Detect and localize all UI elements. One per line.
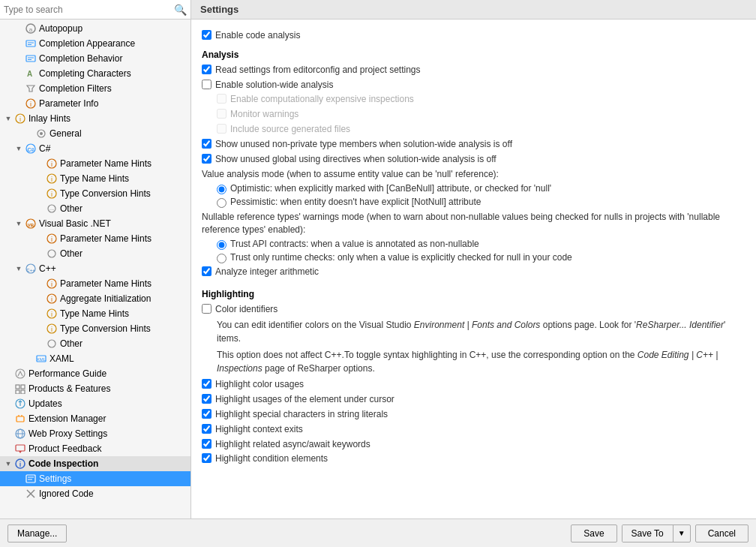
sidebar-item-other-cs[interactable]: ··· Other xyxy=(0,201,190,216)
sidebar-item-other-vb[interactable]: Other xyxy=(0,246,190,261)
radio-trust-runtime[interactable] xyxy=(217,254,226,263)
sidebar-item-web-proxy-settings[interactable]: Web Proxy Settings xyxy=(0,426,190,441)
radio-optimistic[interactable] xyxy=(217,185,226,194)
svg-point-41 xyxy=(48,340,56,347)
sidebar-item-parameter-info[interactable]: i Parameter Info xyxy=(0,96,190,111)
svg-point-30 xyxy=(48,250,56,257)
sidebar-label-updates: Updates xyxy=(28,398,62,409)
checkbox-show-unused-directives[interactable] xyxy=(202,154,212,164)
toggle-csharp[interactable]: ▼ xyxy=(14,145,24,152)
icon-code-inspection: i xyxy=(14,458,27,470)
search-input[interactable] xyxy=(4,5,174,15)
sidebar-item-param-name-hints-vb[interactable]: i Parameter Name Hints xyxy=(0,231,190,246)
sidebar-item-product-feedback[interactable]: Product Feedback xyxy=(0,441,190,456)
radio-pessimistic[interactable] xyxy=(217,198,226,208)
color-info-1: You can edit identifier colors on the Vi… xyxy=(217,318,746,345)
row-include-source-generated: Include source generated files xyxy=(202,123,746,136)
sidebar-item-param-name-hints-cs[interactable]: i Parameter Name Hints xyxy=(0,156,190,171)
settings-body: Enable code analysis Analysis Read setti… xyxy=(191,20,756,518)
sidebar-item-code-inspection[interactable]: ▼ i Code Inspection xyxy=(0,456,190,471)
sidebar-item-general[interactable]: General xyxy=(0,126,190,141)
icon-other-cs: ··· xyxy=(45,203,58,215)
sidebar-item-completing-characters[interactable]: A Completing Characters xyxy=(0,66,190,81)
sidebar-item-csharp[interactable]: ▼ C# C# xyxy=(0,141,190,156)
row-highlight-usages-element: Highlight usages of the element under cu… xyxy=(202,393,746,406)
sidebar-item-completion-appearance[interactable]: Completion Appearance xyxy=(0,36,190,51)
sidebar-item-type-conversion-hints-cpp[interactable]: i Type Conversion Hints xyxy=(0,321,190,336)
toggle-code-inspection[interactable]: ▼ xyxy=(3,460,14,467)
row-radio-optimistic: Optimistic: when explicitly marked with … xyxy=(217,183,746,194)
sidebar-item-other-cpp[interactable]: Other xyxy=(0,336,190,351)
svg-text:a: a xyxy=(29,26,33,33)
svg-text:i: i xyxy=(51,296,52,303)
sidebar-item-param-name-hints-cpp[interactable]: i Parameter Name Hints xyxy=(0,276,190,291)
icon-param-name-hints-cs: i xyxy=(45,158,58,170)
toggle-cpp[interactable]: ▼ xyxy=(14,265,24,272)
icon-ignored-code xyxy=(24,488,38,500)
checkbox-highlight-special-chars[interactable] xyxy=(202,409,212,419)
row-enable-solution-wide: Enable solution-wide analysis xyxy=(202,79,746,92)
icon-performance-guide xyxy=(14,368,27,380)
sidebar-item-products-features[interactable]: Products & Features xyxy=(0,381,190,396)
checkbox-highlight-context-exits[interactable] xyxy=(202,424,212,434)
checkbox-highlight-usages-element[interactable] xyxy=(202,394,212,404)
row-highlight-special-chars: Highlight special characters in string l… xyxy=(202,408,746,421)
sidebar-item-aggregate-init[interactable]: i Aggregate Initialization xyxy=(0,291,190,306)
sidebar-item-type-conversion-hints-cs[interactable]: i Type Conversion Hints xyxy=(0,186,190,201)
checkbox-enable-solution-wide[interactable] xyxy=(202,80,212,89)
icon-completion-behavior xyxy=(24,53,38,65)
save-to-main-button[interactable]: Save To xyxy=(622,525,674,542)
icon-product-feedback xyxy=(14,443,27,455)
save-to-arrow-button[interactable]: ▼ xyxy=(674,526,690,540)
manage-button[interactable]: Manage... xyxy=(8,524,67,542)
toggle-vbnet[interactable]: ▼ xyxy=(14,220,24,227)
search-icon: 🔍 xyxy=(174,4,187,16)
svg-text:i: i xyxy=(30,101,32,108)
label-read-settings: Read settings from editorconfig and proj… xyxy=(215,64,420,77)
checkbox-read-settings[interactable] xyxy=(202,65,212,74)
svg-text:i: i xyxy=(51,281,52,288)
svg-text:i: i xyxy=(51,191,52,198)
toggle-inlay-hints[interactable]: ▼ xyxy=(3,115,14,122)
sidebar-item-performance-guide[interactable]: Performance Guide xyxy=(0,366,190,381)
checkbox-highlight-async-await[interactable] xyxy=(202,439,212,449)
sidebar-item-updates[interactable]: Updates xyxy=(0,396,190,411)
search-box[interactable]: 🔍 xyxy=(0,0,190,20)
icon-cpp: C++ xyxy=(24,263,38,275)
svg-text:i: i xyxy=(51,326,52,333)
sidebar-item-extension-manager[interactable]: Extension Manager xyxy=(0,411,190,426)
sidebar-label-param-name-hints-cpp: Parameter Name Hints xyxy=(60,278,152,289)
cancel-button[interactable]: Cancel xyxy=(695,524,748,542)
checkbox-enable-code-analysis[interactable] xyxy=(202,30,212,40)
row-color-identifiers: Color identifiers xyxy=(202,303,746,316)
sidebar-item-completion-behavior[interactable]: Completion Behavior xyxy=(0,51,190,66)
sidebar-label-csharp: C# xyxy=(39,143,50,154)
sidebar-label-extension-manager: Extension Manager xyxy=(28,413,106,424)
sidebar-label-param-name-hints-vb: Parameter Name Hints xyxy=(60,233,152,244)
sidebar-item-type-name-hints-cs[interactable]: i Type Name Hints xyxy=(0,171,190,186)
sidebar-item-inlay-hints[interactable]: ▼ i Inlay Hints xyxy=(0,111,190,126)
sidebar-label-inlay-hints: Inlay Hints xyxy=(28,113,70,124)
label-color-identifiers: Color identifiers xyxy=(215,303,278,316)
sidebar-item-ignored-code[interactable]: Ignored Code xyxy=(0,486,190,501)
svg-text:A: A xyxy=(27,70,32,78)
sidebar-item-cpp[interactable]: ▼ C++ C++ xyxy=(0,261,190,276)
checkbox-highlight-color-usages[interactable] xyxy=(202,379,212,389)
sidebar-label-other-cs: Other xyxy=(60,203,82,214)
checkbox-show-unused-members[interactable] xyxy=(202,139,212,149)
icon-type-conversion-hints-cpp: i xyxy=(45,323,58,335)
save-button[interactable]: Save xyxy=(571,524,616,542)
sidebar-item-completion-filters[interactable]: Completion Filters xyxy=(0,81,190,96)
sidebar-item-vbnet[interactable]: ▼ VB Visual Basic .NET xyxy=(0,216,190,231)
sidebar-item-type-name-hints-cpp[interactable]: i Type Name Hints xyxy=(0,306,190,321)
sidebar-item-xaml[interactable]: XML XAML xyxy=(0,351,190,366)
checkbox-highlight-condition[interactable] xyxy=(202,453,212,463)
checkbox-analyze-integer[interactable] xyxy=(202,266,212,276)
sidebar-item-settings[interactable]: Settings xyxy=(0,471,190,486)
sidebar-label-product-feedback: Product Feedback xyxy=(28,443,101,454)
checkbox-color-identifiers[interactable] xyxy=(202,304,212,314)
main-dialog: 🔍 a Autopopup Completion Appearance xyxy=(0,0,756,547)
radio-trust-api[interactable] xyxy=(217,240,226,250)
sidebar-item-autopopup[interactable]: a Autopopup xyxy=(0,21,190,36)
sidebar-label-parameter-info: Parameter Info xyxy=(39,98,98,109)
